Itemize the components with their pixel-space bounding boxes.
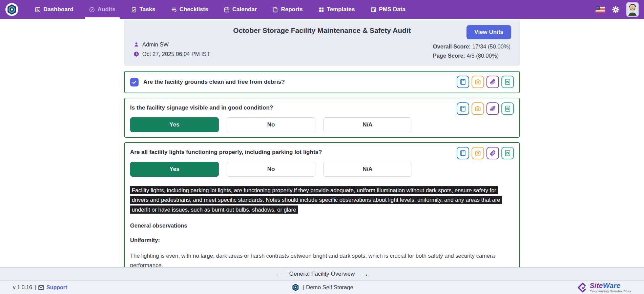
app-footer: v 1.0.16 | Support | Demo Self Storage S… <box>0 280 644 294</box>
nav-item-label: Calendar <box>232 6 257 13</box>
audit-meta-left: Admin SW Oct 27, 2025 06:04 PM IST <box>133 41 210 62</box>
audit-meta-row: Admin SW Oct 27, 2025 06:04 PM IST Overa… <box>133 41 511 62</box>
attachment-button[interactable] <box>486 76 499 88</box>
attachment-button[interactable] <box>486 147 499 159</box>
answer-na-button[interactable]: N/A <box>323 162 412 177</box>
user-avatar[interactable] <box>626 2 639 17</box>
notes-button[interactable] <box>457 76 469 88</box>
answer-no-button[interactable]: No <box>227 162 315 177</box>
nav-item-label: Templates <box>327 6 355 13</box>
page-navigation-bar: ← General Facility Overview → <box>0 267 644 280</box>
overall-score: Overall Score: 17/34 (50.00%) <box>433 43 511 50</box>
brand-tagline: Empowering Smarter Sites <box>589 290 631 293</box>
brand-site-text: Site <box>589 281 603 289</box>
paperclip-icon <box>489 150 496 157</box>
question-card-3: Are all facility lights functioning prop… <box>124 142 520 284</box>
siteware-wordmark: SiteWare Empowering Smarter Sites <box>589 282 631 293</box>
nav-item-tasks[interactable]: Tasks <box>123 0 163 19</box>
attachment-button[interactable] <box>486 102 499 115</box>
envelope-icon <box>38 285 44 290</box>
camera-button[interactable] <box>472 147 484 159</box>
checklist-icon <box>171 7 177 13</box>
current-page-name: General Facility Overview <box>289 271 355 277</box>
paperclip-icon <box>489 78 496 85</box>
nav-item-label: Checklists <box>180 6 208 13</box>
question-notes: Facility lights, including parking lot l… <box>130 185 514 270</box>
camera-button[interactable] <box>472 102 484 115</box>
nav-item-audits[interactable]: Audits <box>81 0 123 19</box>
siteware-name: SiteWare <box>589 282 620 289</box>
answer-yes-button[interactable]: Yes <box>130 162 219 177</box>
nav-item-label: Dashboard <box>43 6 74 13</box>
nav-item-checklists[interactable]: Checklists <box>163 0 216 19</box>
answer-options: Yes No N/A <box>130 162 514 177</box>
audit-page: October Storage Facility Maintenance & S… <box>124 19 520 284</box>
book-icon <box>459 78 466 85</box>
next-page-arrow[interactable]: → <box>361 270 369 278</box>
question-text: Are the facility grounds clean and free … <box>143 79 285 85</box>
nav-item-pms-data[interactable]: PMS Data <box>363 0 413 19</box>
camera-icon <box>474 78 481 85</box>
audit-check-icon <box>89 7 95 13</box>
clipboard-check-icon <box>504 105 511 112</box>
book-icon <box>459 105 466 112</box>
clipboard-check-icon <box>504 150 511 157</box>
clipboard-check-icon <box>504 78 511 85</box>
question-card-2: Is the facility signage visible and in g… <box>124 98 520 138</box>
question-actions <box>457 102 514 115</box>
question-actions <box>457 147 514 159</box>
navbar-right-controls <box>596 2 639 17</box>
question-checkbox-checked[interactable] <box>130 78 139 86</box>
view-units-button[interactable]: View Units <box>466 25 511 39</box>
check-icon <box>132 80 137 85</box>
site-name: | Demo Self Storage <box>303 284 353 291</box>
create-task-button[interactable] <box>501 147 514 159</box>
nav-item-dashboard[interactable]: Dashboard <box>27 0 81 19</box>
overall-score-label: Overall Score: <box>433 43 471 50</box>
calendar-icon <box>224 7 230 13</box>
camera-button[interactable] <box>472 76 484 88</box>
answer-na-button[interactable]: N/A <box>323 117 412 132</box>
question-actions <box>457 76 514 88</box>
footer-left: v 1.0.16 | Support <box>13 285 67 291</box>
previous-page-arrow[interactable]: ← <box>275 270 283 278</box>
create-task-button[interactable] <box>501 102 514 115</box>
siteware-brand[interactable]: SiteWare Empowering Smarter Sites <box>578 282 631 293</box>
audit-header-card: October Storage Facility Maintenance & S… <box>124 20 520 66</box>
support-link[interactable]: Support <box>46 285 67 291</box>
audit-datetime-line: Oct 27, 2025 06:04 PM IST <box>133 51 210 57</box>
nav-item-label: Reports <box>281 6 303 13</box>
settings-gear-icon[interactable] <box>612 6 620 14</box>
answer-no-button[interactable]: No <box>227 117 315 132</box>
nav-item-label: Audits <box>98 6 116 13</box>
tasks-icon <box>131 7 137 13</box>
app-logo[interactable] <box>5 3 18 16</box>
page-score: Page Score: 4/5 (80.00%) <box>433 53 511 59</box>
nav-item-label: PMS Data <box>379 6 406 13</box>
clock-icon <box>133 51 139 57</box>
table-icon <box>371 7 376 13</box>
question-card-1: Are the facility grounds clean and free … <box>124 71 520 93</box>
siteware-diamond-icon <box>578 282 588 293</box>
audit-scores: Overall Score: 17/34 (50.00%) Page Score… <box>433 41 511 62</box>
auditor-line: Admin SW <box>133 41 210 48</box>
auditor-name: Admin SW <box>142 41 169 48</box>
create-task-button[interactable] <box>501 76 514 88</box>
nav-item-label: Tasks <box>140 6 155 13</box>
notes-button[interactable] <box>457 147 469 159</box>
templates-icon <box>318 7 324 13</box>
nav-menu: Dashboard Audits Tasks Checklists <box>27 0 413 19</box>
nav-item-calendar[interactable]: Calendar <box>216 0 265 19</box>
page-score-label: Page Score: <box>433 53 465 59</box>
notes-button[interactable] <box>457 102 469 115</box>
notes-heading-general: General observations <box>130 222 514 229</box>
person-icon <box>133 42 139 47</box>
answer-yes-button[interactable]: Yes <box>130 117 219 132</box>
nav-item-reports[interactable]: Reports <box>265 0 310 19</box>
site-logo-graphic <box>291 283 300 292</box>
dashboard-icon <box>35 7 41 13</box>
footer-site-identity: | Demo Self Storage <box>291 283 353 292</box>
us-flag-icon[interactable] <box>596 6 605 13</box>
nav-item-templates[interactable]: Templates <box>311 0 363 19</box>
page-score-value: 4/5 (80.00%) <box>465 53 499 59</box>
